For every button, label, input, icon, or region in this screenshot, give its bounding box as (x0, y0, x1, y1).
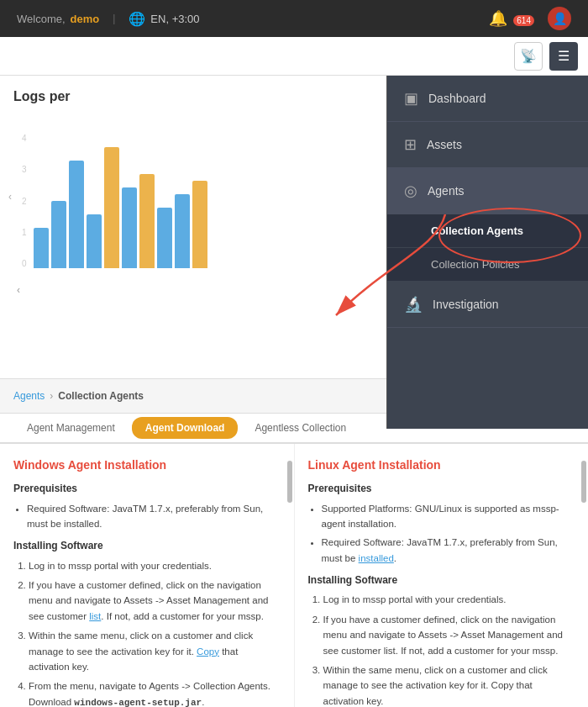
linux-prerequisites-list: Supported Platforms: GNU/Linux is suppor… (308, 501, 575, 567)
sidebar-item-assets[interactable]: ⊞ Assets (387, 122, 588, 168)
sidebar-item-agents[interactable]: ◎ Agents (387, 168, 588, 214)
header-divider: | (113, 13, 115, 24)
linux-prerequisites-title: Prerequisites (308, 481, 575, 497)
linux-scrollbar[interactable] (581, 461, 586, 503)
agents-icon: ◎ (404, 182, 417, 200)
windows-prerequisites-list: Required Software: JavaTM 1.7.x, prefera… (13, 501, 281, 532)
list-item: Log in to mssp portal with your credenti… (29, 558, 281, 573)
list-item: Supported Platforms: GNU/Linux is suppor… (322, 501, 575, 532)
lang-label: EN, +3:00 (150, 13, 199, 25)
welcome-label: Welcome, (17, 13, 66, 25)
header-left: Welcome, demo | 🌐 EN, +3:00 (17, 11, 489, 27)
assets-icon: ⊞ (404, 135, 417, 154)
user-avatar[interactable]: 👤 (548, 7, 571, 30)
breadcrumb-separator: › (50, 390, 53, 402)
sidebar-item-collection-policies[interactable]: Collection Policies (387, 248, 588, 282)
topbar: 📡 ☰ (0, 37, 588, 76)
agents-label: Agents (428, 184, 465, 198)
list-item: Required Software: JavaTM 1.7.x, prefera… (322, 535, 575, 566)
windows-scrollbar[interactable] (287, 461, 292, 503)
windows-content-column: Windows Agent Installation Prerequisites… (0, 444, 295, 707)
linux-section-title: Linux Agent Installation (308, 456, 575, 474)
breadcrumb-current: Collection Agents (58, 390, 144, 402)
header: Welcome, demo | 🌐 EN, +3:00 🔔 614 👤 (0, 0, 588, 37)
investigation-icon: 🔬 (404, 295, 423, 314)
chart-left-arrow[interactable]: ‹ (8, 191, 12, 203)
list-item: From the menu, navigate to Agents -> Col… (29, 678, 281, 707)
tab-agent-download[interactable]: Agent Download (132, 417, 239, 439)
breadcrumb-parent[interactable]: Agents (13, 390, 45, 402)
list-item: Within the same menu, click on a custome… (29, 628, 281, 674)
main-area: Logs per ‹ 43210 ‹ (0, 76, 588, 378)
collection-agents-label: Collection Agents (431, 224, 523, 237)
hamburger-icon: ☰ (558, 48, 570, 64)
dashboard-label: Dashboard (428, 92, 486, 105)
windows-section-title: Windows Agent Installation (13, 456, 281, 474)
sidebar-item-dashboard[interactable]: ▣ Dashboard (387, 76, 588, 122)
username-label: demo (71, 13, 100, 25)
windows-steps-list: Log in to mssp portal with your credenti… (13, 558, 281, 707)
dropdown-menu: ▣ Dashboard ⊞ Assets ◎ Agents Collection… (386, 76, 588, 429)
breadcrumb: Agents › Collection Agents (13, 390, 144, 402)
collection-policies-label: Collection Policies (431, 258, 520, 271)
rss-button[interactable]: 📡 (514, 42, 543, 71)
list-item: Log in to mssp portal with your credenti… (323, 592, 575, 607)
header-right: 🔔 614 👤 (489, 7, 571, 30)
rss-icon: 📡 (520, 48, 537, 64)
linux-content-column: Linux Agent Installation Prerequisites S… (295, 444, 589, 707)
windows-prerequisites-title: Prerequisites (13, 481, 281, 497)
assets-label: Assets (427, 138, 462, 151)
list-item: If you have a customer defined, click on… (29, 578, 281, 624)
sidebar-item-investigation[interactable]: 🔬 Investigation (387, 282, 588, 328)
tab-agentless-collection[interactable]: Agentless Collection (241, 414, 360, 444)
list-item: Required Software: JavaTM 1.7.x, prefera… (27, 501, 281, 532)
customer-link[interactable]: list (89, 611, 101, 621)
windows-installing-title: Installing Software (13, 538, 281, 554)
list-item: If you have a customer defined, click on… (323, 612, 575, 658)
notification-count: 614 (513, 15, 534, 26)
globe-icon: 🌐 (129, 11, 145, 27)
dashboard-icon: ▣ (404, 89, 418, 108)
sidebar-item-collection-agents[interactable]: Collection Agents (387, 214, 588, 248)
hamburger-menu-button[interactable]: ☰ (549, 42, 578, 71)
tab-agent-management[interactable]: Agent Management (13, 414, 129, 444)
copy-link-1[interactable]: Copy (197, 646, 219, 657)
content-area: Windows Agent Installation Prerequisites… (0, 444, 588, 707)
linux-installing-title: Installing Software (308, 572, 575, 588)
list-item: Within the same menu, click on a custome… (323, 662, 575, 707)
agents-submenu: Collection Agents Collection Policies (387, 214, 588, 282)
win-jar-name: windows-agent-setup.jar (74, 698, 202, 707)
investigation-label: Investigation (433, 298, 499, 311)
linux-steps-list: Log in to mssp portal with your credenti… (308, 592, 575, 707)
bell-icon[interactable]: 🔔 614 (489, 9, 534, 28)
installed-link[interactable]: installed (359, 553, 394, 563)
